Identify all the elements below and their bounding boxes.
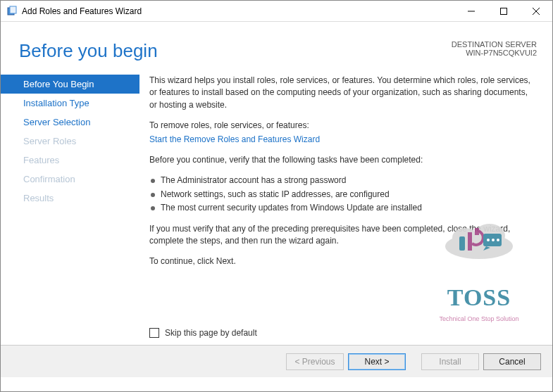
destination-value: WIN-P7N5CQKVUI2 xyxy=(452,49,537,57)
verify-intro: Before you continue, verify that the fol… xyxy=(149,154,537,166)
content-area: This wizard helps you install roles, rol… xyxy=(139,69,552,345)
skip-label: Skip this page by default xyxy=(165,327,257,339)
close-button[interactable] xyxy=(520,1,552,22)
page-title: Before you begin xyxy=(19,40,158,62)
install-button: Install xyxy=(421,353,479,370)
svg-rect-1 xyxy=(10,6,16,13)
app-icon xyxy=(6,6,18,17)
titlebar: Add Roles and Features Wizard xyxy=(1,1,552,22)
list-item: The most current security updates from W… xyxy=(149,202,537,214)
list-item: Network settings, such as static IP addr… xyxy=(149,189,537,201)
bullet-text: Network settings, such as static IP addr… xyxy=(161,189,390,201)
step-results: Results xyxy=(1,189,139,208)
bullet-text: The most current security updates from W… xyxy=(161,202,422,214)
skip-checkbox[interactable] xyxy=(149,328,159,338)
header: Before you begin DESTINATION SERVER WIN-… xyxy=(1,22,552,69)
watermark-tagline: Technical One Stop Solution xyxy=(416,315,542,324)
remove-label: To remove roles, role services, or featu… xyxy=(149,120,537,132)
previous-button: < Previous xyxy=(286,353,344,370)
destination-server: DESTINATION SERVER WIN-P7N5CQKVUI2 xyxy=(452,40,537,57)
step-server-selection[interactable]: Server Selection xyxy=(1,113,139,132)
footer: < Previous Next > Install Cancel xyxy=(1,345,552,377)
bullet-icon xyxy=(151,206,155,210)
bullet-icon xyxy=(151,179,155,183)
next-button[interactable]: Next > xyxy=(348,353,406,370)
maximize-button[interactable] xyxy=(487,1,520,22)
list-item: The Administrator account has a strong p… xyxy=(149,175,537,186)
step-confirmation: Confirmation xyxy=(1,170,139,189)
skip-page-row: Skip this page by default xyxy=(149,327,257,339)
destination-label: DESTINATION SERVER xyxy=(452,40,537,49)
bullet-icon xyxy=(151,193,155,197)
remove-link[interactable]: Start the Remove Roles and Features Wiza… xyxy=(149,134,537,146)
step-before-you-begin[interactable]: Before You Begin xyxy=(1,75,139,94)
step-features: Features xyxy=(1,151,139,170)
wizard-steps: Before You Begin Installation Type Serve… xyxy=(1,69,139,345)
step-server-roles: Server Roles xyxy=(1,132,139,151)
bullet-text: The Administrator account has a strong p… xyxy=(161,175,346,186)
cancel-button[interactable]: Cancel xyxy=(483,353,541,370)
window-title: Add Roles and Features Wizard xyxy=(22,6,142,16)
watermark-brand: TOSS xyxy=(416,280,542,315)
minimize-button[interactable] xyxy=(455,1,487,22)
step-installation-type[interactable]: Installation Type xyxy=(1,94,139,113)
continue-text: To continue, click Next. xyxy=(149,255,537,267)
window-controls xyxy=(455,1,552,22)
must-verify-text: If you must verify that any of the prece… xyxy=(149,223,537,248)
prerequisite-list: The Administrator account has a strong p… xyxy=(149,175,537,214)
intro-text: This wizard helps you install roles, rol… xyxy=(149,75,537,111)
svg-rect-3 xyxy=(501,8,507,14)
